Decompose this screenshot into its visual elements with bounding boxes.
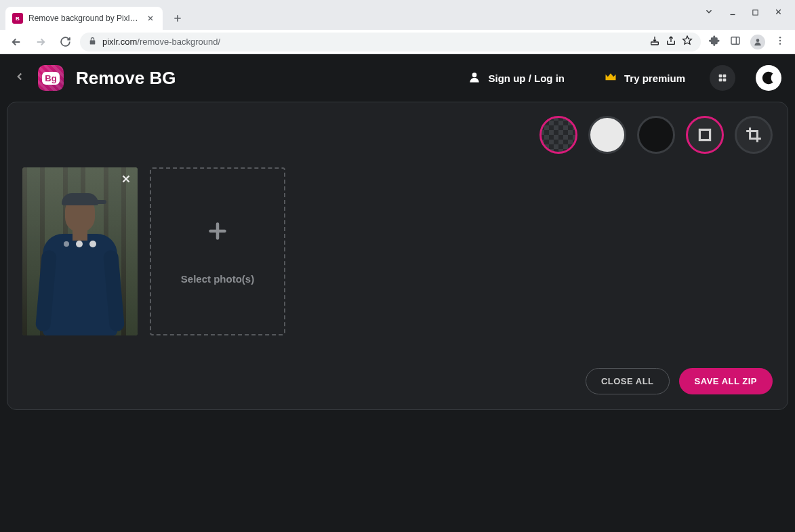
toolbar-actions xyxy=(706,35,788,49)
panel-footer: CLOSE ALL SAVE ALL ZIP xyxy=(20,344,775,400)
kebab-menu-icon[interactable] xyxy=(775,35,786,49)
dropzone-label: Select photo(s) xyxy=(181,273,254,285)
user-icon xyxy=(468,70,481,86)
nav-back-button[interactable] xyxy=(7,33,26,52)
favicon: B xyxy=(12,13,23,24)
try-premium-label: Try premium xyxy=(624,73,685,84)
page-title: Remove BG xyxy=(76,68,176,89)
sidepanel-icon[interactable] xyxy=(730,35,741,49)
tab-title: Remove background by Pixlr: bg xyxy=(28,14,140,23)
svg-point-6 xyxy=(779,43,781,44)
svg-point-7 xyxy=(472,73,477,77)
app-badge-text: Bg xyxy=(42,72,59,85)
workspace-panel: Select photo(s) CLOSE ALL SAVE ALL ZIP xyxy=(7,102,788,410)
svg-rect-12 xyxy=(699,129,710,140)
bg-option-original-size[interactable] xyxy=(686,116,724,154)
url-path: /remove-background/ xyxy=(137,37,220,47)
remove-photo-button[interactable] xyxy=(120,173,132,188)
browser-tab-strip: B Remove background by Pixlr: bg xyxy=(0,0,795,30)
window-close-icon[interactable] xyxy=(774,7,783,19)
svg-rect-0 xyxy=(753,10,758,15)
app-header: Bg Remove BG Sign up / Log in Try premiu… xyxy=(0,54,795,102)
nav-reload-button[interactable] xyxy=(56,33,75,52)
svg-point-4 xyxy=(779,37,781,38)
chevron-down-icon[interactable] xyxy=(704,7,714,19)
bg-option-white[interactable] xyxy=(588,116,626,154)
app-badge: Bg xyxy=(38,65,64,91)
svg-point-5 xyxy=(779,39,781,41)
browser-tab[interactable]: B Remove background by Pixlr: bg xyxy=(5,7,163,30)
extensions-icon[interactable] xyxy=(709,35,720,49)
new-tab-button[interactable] xyxy=(168,9,187,28)
browser-toolbar: pixlr.com/remove-background/ xyxy=(0,30,795,54)
install-app-icon[interactable] xyxy=(649,35,660,48)
pixlr-logo[interactable] xyxy=(756,65,781,91)
save-all-zip-button[interactable]: SAVE ALL ZIP xyxy=(679,368,773,394)
svg-rect-11 xyxy=(723,79,727,82)
svg-rect-8 xyxy=(719,75,722,78)
app-page: Bg Remove BG Sign up / Log in Try premiu… xyxy=(0,54,795,532)
background-options xyxy=(20,112,775,163)
svg-rect-1 xyxy=(651,42,659,45)
tab-close-icon[interactable] xyxy=(145,13,156,24)
window-minimize-icon[interactable] xyxy=(729,7,737,19)
svg-point-3 xyxy=(756,39,760,42)
star-icon[interactable] xyxy=(682,35,693,48)
apps-grid-button[interactable] xyxy=(710,65,735,91)
bg-option-black[interactable] xyxy=(637,116,675,154)
uploaded-photo-card[interactable] xyxy=(22,167,138,335)
lock-icon xyxy=(88,37,97,47)
profile-avatar-icon[interactable] xyxy=(750,35,765,49)
share-icon[interactable] xyxy=(666,35,676,48)
signup-login-link[interactable]: Sign up / Log in xyxy=(468,70,564,86)
window-maximize-icon[interactable] xyxy=(752,7,759,19)
back-chevron-icon[interactable] xyxy=(14,70,26,85)
select-photos-dropzone[interactable]: Select photo(s) xyxy=(150,167,285,335)
svg-rect-9 xyxy=(723,75,727,78)
crown-icon xyxy=(604,70,617,86)
close-all-button[interactable]: CLOSE ALL xyxy=(586,368,670,394)
signup-login-label: Sign up / Log in xyxy=(488,73,564,84)
uploaded-photo-preview xyxy=(22,167,138,335)
address-bar[interactable]: pixlr.com/remove-background/ xyxy=(80,33,701,52)
try-premium-link[interactable]: Try premium xyxy=(604,70,685,86)
svg-rect-2 xyxy=(731,37,739,44)
bg-option-crop[interactable] xyxy=(735,116,773,154)
plus-icon xyxy=(205,219,230,246)
nav-forward-button[interactable] xyxy=(31,33,50,52)
url-host: pixlr.com xyxy=(102,37,137,47)
window-controls xyxy=(692,0,795,26)
loading-indicator xyxy=(64,241,96,247)
svg-rect-10 xyxy=(719,79,722,82)
bg-option-transparent[interactable] xyxy=(539,116,577,154)
thumbnail-row: Select photo(s) xyxy=(20,163,775,344)
